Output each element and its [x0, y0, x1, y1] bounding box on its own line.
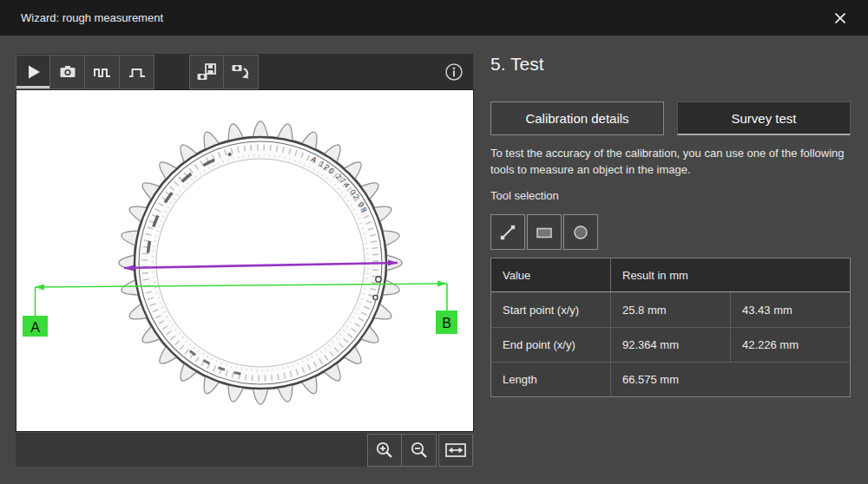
camera-image: A 120 274 02 08 A B: [16, 90, 473, 431]
zoom-in-icon: [374, 440, 395, 461]
circle-tool-icon: [571, 223, 590, 242]
marker-b[interactable]: B: [436, 311, 457, 334]
header-result: Result in mm: [611, 258, 850, 291]
line-tool-icon: [498, 223, 517, 242]
row-label: Start point (x/y): [491, 292, 611, 327]
fit-to-window-button[interactable]: [438, 434, 473, 467]
marker-b-label: B: [442, 316, 451, 330]
header-value: Value: [491, 258, 611, 291]
image-viewer[interactable]: A 120 274 02 08 A B: [16, 90, 473, 431]
zoom-out-icon: [409, 440, 430, 461]
save-image-icon: [196, 62, 217, 82]
rectangle-tool-icon: [535, 223, 554, 242]
continuous-acquisition-button[interactable]: [85, 55, 120, 89]
table-row-end-point: End point (x/y) 92.364 mm 42.226 mm: [491, 327, 850, 362]
camera-icon: [58, 62, 77, 82]
zoom-toolbar: [16, 433, 473, 467]
test-panel: 5. Test Calibration details Survey test …: [490, 48, 851, 484]
panel-description: To test the accuracy of the calibration,…: [490, 145, 851, 178]
play-icon: [23, 62, 43, 82]
titlebar: Wizard: rough measurement: [0, 0, 868, 36]
marker-a-label: A: [30, 320, 40, 335]
row-value-y: 42.226 mm: [731, 328, 850, 362]
panel-tabs: Calibration details Survey test: [490, 101, 851, 135]
panel-heading: 5. Test: [490, 54, 543, 75]
single-pulse-icon: [128, 62, 147, 82]
save-image-button[interactable]: [189, 55, 224, 89]
close-icon: [833, 11, 847, 25]
tool-selection-label: Tool selection: [490, 189, 559, 202]
info-icon: [444, 62, 464, 82]
zoom-out-button[interactable]: [402, 434, 437, 467]
load-image-icon: [231, 62, 252, 82]
run-button[interactable]: [16, 55, 50, 89]
row-value: 66.575 mm: [611, 363, 850, 396]
fit-to-window-icon: [444, 440, 467, 461]
continuous-pulse-icon: [93, 62, 112, 82]
row-label: Length: [491, 363, 611, 396]
line-tool-button[interactable]: [490, 214, 525, 250]
survey-test-button[interactable]: Survey test: [677, 101, 851, 135]
results-table: Value Result in mm Start point (x/y) 25.…: [490, 258, 851, 397]
row-value-x: 92.364 mm: [611, 328, 731, 362]
toolbar-spacer: [155, 55, 189, 89]
row-value-y: 43.43 mm: [731, 292, 850, 327]
info-button[interactable]: [442, 60, 466, 84]
marker-a[interactable]: A: [23, 316, 48, 337]
tool-selection: [490, 214, 598, 250]
calibration-details-button[interactable]: Calibration details: [490, 101, 664, 135]
snapshot-button[interactable]: [50, 55, 85, 89]
zoom-in-button[interactable]: [367, 434, 402, 467]
table-row-start-point: Start point (x/y) 25.8 mm 43.43 mm: [491, 292, 850, 327]
rectangle-tool-button[interactable]: [527, 214, 562, 250]
close-button[interactable]: [826, 6, 854, 30]
table-row-length: Length 66.575 mm: [491, 362, 850, 396]
single-acquisition-button[interactable]: [120, 55, 155, 89]
row-value-x: 25.8 mm: [611, 292, 731, 327]
window-title: Wizard: rough measurement: [21, 11, 163, 24]
row-label: End point (x/y): [491, 328, 611, 362]
viewer-toolbar: [16, 54, 473, 89]
results-table-header: Value Result in mm: [491, 258, 850, 292]
load-image-button[interactable]: [224, 55, 259, 89]
circle-tool-button[interactable]: [563, 214, 598, 250]
